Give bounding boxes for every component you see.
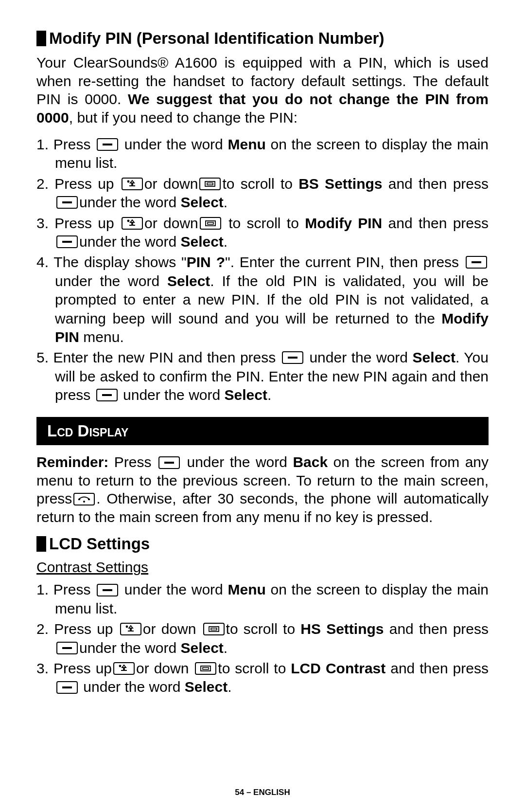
list-item: 5. Enter the new PIN and then press unde… — [36, 348, 489, 404]
heading-text: LCD Settings — [49, 535, 150, 553]
text: to scroll to — [222, 176, 298, 192]
soft-key-icon — [466, 256, 487, 269]
text-bold: Select — [180, 194, 223, 210]
text-bold: Back — [293, 454, 328, 470]
text: and then press — [385, 660, 489, 676]
bullet-icon — [36, 31, 46, 46]
text: . — [224, 234, 228, 250]
list-item: 2. Press up or down to scroll to HS Sett… — [36, 620, 489, 657]
text: and then press — [382, 176, 489, 192]
text: . — [224, 640, 228, 656]
soft-key-icon — [97, 584, 118, 596]
list-item: 3. Press upor down to scroll to LCD Cont… — [36, 659, 489, 697]
text-bold: PIN ? — [187, 254, 225, 270]
text: under the word — [181, 454, 293, 470]
text: Press — [108, 454, 157, 470]
text: 4. The display shows " — [36, 254, 187, 270]
text: to scroll to — [223, 215, 305, 231]
text-bold: LCD Contrast — [291, 660, 385, 676]
lcd-settings-steps: 1. Press under the word Menu on the scre… — [36, 580, 489, 696]
soft-key-icon — [158, 456, 180, 469]
down-key-icon — [199, 178, 221, 190]
text: menu. — [79, 329, 124, 345]
soft-key-icon — [56, 235, 78, 248]
text-bold: HS Settings — [300, 621, 384, 637]
soft-key-icon — [56, 196, 78, 209]
heading-lcd-settings: LCD Settings — [36, 535, 489, 553]
text: 1. Press — [36, 136, 95, 152]
text: or down — [143, 621, 202, 637]
text: under the word — [79, 234, 180, 250]
text-bold: Select — [180, 234, 223, 250]
text: 2. Press up — [36, 176, 120, 192]
text: under the word — [120, 136, 228, 152]
text-bold: BS Settings — [298, 176, 382, 192]
up-key-icon — [113, 662, 135, 675]
text: and then press — [384, 621, 489, 637]
text-bold: Select — [167, 273, 210, 289]
text: or down — [136, 660, 193, 676]
soft-key-icon — [56, 681, 78, 694]
page-footer: 54 – ENGLISH — [0, 788, 525, 797]
subheading-contrast: Contrast Settings — [36, 559, 489, 576]
soft-key-icon — [282, 351, 303, 364]
down-key-icon — [203, 623, 225, 635]
heading-text: Modify PIN (Personal Identification Numb… — [49, 29, 384, 48]
down-key-icon — [195, 662, 216, 675]
text: or down — [144, 176, 198, 192]
text-bold: Select — [180, 640, 223, 656]
text: under the word — [55, 273, 167, 289]
text: under the word — [79, 640, 180, 656]
bullet-icon — [36, 536, 46, 552]
list-item: 3. Press up or down to scroll to Modify … — [36, 214, 489, 252]
text: under the word — [120, 581, 228, 597]
text-bold: Menu — [228, 136, 265, 152]
text: under the word — [305, 349, 413, 365]
list-item: 2. Press up or downto scroll to BS Setti… — [36, 175, 489, 212]
soft-key-icon — [56, 642, 78, 654]
text-bold: Modify PIN — [305, 215, 382, 231]
text-bold: Menu — [228, 581, 265, 597]
end-key-icon — [73, 493, 95, 505]
list-item: 4. The display shows "PIN ?". Enter the … — [36, 253, 489, 346]
text: 5. Enter the new PIN and then press — [36, 349, 280, 365]
text-bold: Select — [413, 349, 455, 365]
up-key-icon — [122, 217, 143, 230]
soft-key-icon — [96, 389, 118, 401]
text: under the word — [79, 194, 180, 210]
text: ". Enter the current PIN, then press — [225, 254, 459, 270]
heading-modify-pin: Modify PIN (Personal Identification Numb… — [36, 29, 489, 48]
up-key-icon — [122, 178, 143, 190]
text: . Otherwise, after 30 seconds, the phone… — [36, 490, 489, 525]
text: to scroll to — [218, 660, 291, 676]
text-bold: Select — [185, 679, 228, 695]
intro-paragraph: Your ClearSounds® A1600 is equipped with… — [36, 54, 489, 126]
list-item: 1. Press under the word Menu on the scre… — [36, 135, 489, 173]
text: 2. Press up — [36, 621, 119, 637]
banner-lcd-display: Lcd Display — [36, 417, 489, 445]
text-bold: Reminder: — [36, 454, 108, 470]
text: . — [267, 387, 271, 403]
text-bold: Select — [225, 387, 267, 403]
soft-key-icon — [97, 138, 118, 151]
text: . — [224, 194, 228, 210]
reminder-paragraph: Reminder: Press under the word Back on t… — [36, 453, 489, 526]
text: 3. Press up — [36, 215, 120, 231]
text: . — [228, 679, 231, 695]
text: and then press — [382, 215, 489, 231]
list-item: 1. Press under the word Menu on the scre… — [36, 580, 489, 618]
text: , but if you need to change the PIN: — [69, 109, 298, 126]
text: under the word — [79, 679, 185, 695]
down-key-icon — [200, 217, 221, 230]
up-key-icon — [120, 623, 141, 635]
modify-pin-steps: 1. Press under the word Menu on the scre… — [36, 135, 489, 404]
text: 3. Press up — [36, 660, 112, 676]
banner-text: Lcd Display — [47, 422, 128, 440]
text: or down — [144, 215, 198, 231]
text: to scroll to — [226, 621, 301, 637]
text: 1. Press — [36, 581, 95, 597]
text: under the word — [119, 387, 225, 403]
